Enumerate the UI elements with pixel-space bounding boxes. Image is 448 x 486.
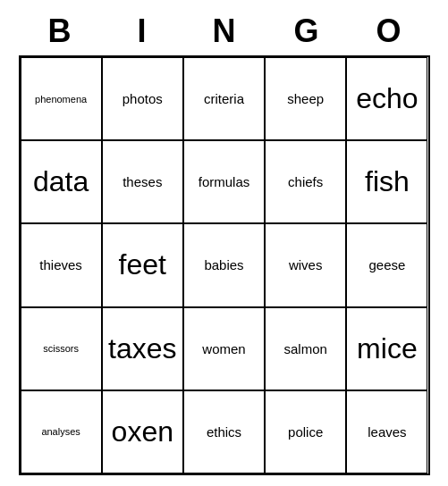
cell-r4-c0: analyses [21, 390, 102, 473]
cell-r1-c0: data [21, 140, 102, 223]
cell-text: formulas [199, 174, 250, 189]
cell-text: wives [289, 257, 323, 272]
cell-r2-c2: babies [183, 223, 265, 306]
cell-r3-c2: women [183, 307, 265, 390]
cell-text: thieves [39, 257, 82, 272]
header-letter: I [101, 9, 183, 54]
header-letter: N [183, 9, 266, 54]
cell-text: analyses [41, 426, 80, 437]
cell-text: feet [119, 248, 166, 281]
cell-r0-c0: phenomena [21, 57, 102, 140]
header-letter: G [266, 9, 348, 54]
cell-text: data [33, 165, 89, 198]
cell-r1-c4: fish [346, 140, 427, 223]
cell-r1-c1: theses [102, 140, 183, 223]
cell-r0-c4: echo [346, 57, 427, 140]
cell-r3-c4: mice [346, 307, 427, 390]
cell-text: scissors [43, 343, 79, 354]
cell-r2-c4: geese [346, 223, 427, 306]
cell-r0-c3: sheep [265, 57, 346, 140]
cell-r4-c3: police [265, 390, 346, 473]
cell-r2-c1: feet [102, 223, 183, 306]
cell-text: phenomena [35, 94, 87, 105]
cell-text: echo [356, 82, 418, 115]
cell-text: sheep [287, 91, 324, 106]
cell-r4-c1: oxen [102, 390, 183, 473]
cell-r3-c0: scissors [21, 307, 102, 390]
header-letter: B [19, 9, 101, 54]
cell-text: oxen [112, 415, 173, 448]
cell-r3-c1: taxes [102, 307, 183, 390]
cell-text: photos [123, 91, 163, 106]
cell-r0-c2: criteria [183, 57, 265, 140]
bingo-header: BINGO [19, 9, 430, 54]
cell-r1-c2: formulas [183, 140, 265, 223]
bingo-grid: phenomenaphotoscriteriasheepechodatathes… [19, 55, 430, 475]
cell-text: fish [365, 165, 410, 198]
cell-r2-c0: thieves [21, 223, 102, 306]
cell-r2-c3: wives [265, 223, 346, 306]
cell-text: criteria [204, 91, 244, 106]
header-letter: O [348, 9, 430, 54]
cell-text: police [288, 424, 323, 440]
cell-text: leaves [368, 424, 406, 440]
cell-r4-c2: ethics [183, 390, 265, 473]
cell-r3-c3: salmon [265, 307, 346, 390]
cell-text: ethics [207, 424, 241, 440]
cell-text: women [202, 341, 245, 356]
cell-r4-c4: leaves [346, 390, 427, 473]
cell-text: geese [368, 257, 405, 272]
cell-r0-c1: photos [102, 57, 183, 140]
cell-text: theses [123, 174, 162, 189]
cell-text: taxes [108, 332, 176, 365]
cell-text: salmon [284, 341, 327, 356]
cell-text: chiefs [288, 174, 323, 189]
cell-text: mice [357, 332, 418, 365]
cell-text: babies [204, 257, 243, 272]
cell-r1-c3: chiefs [265, 140, 346, 223]
